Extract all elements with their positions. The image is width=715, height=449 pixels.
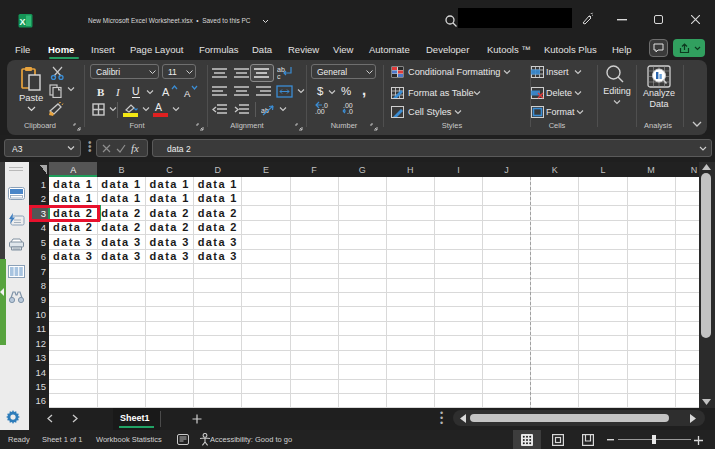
svg-text:data 3: data 3: [53, 250, 93, 262]
svg-text:6: 6: [41, 251, 46, 262]
svg-text:data 3: data 3: [150, 250, 190, 262]
svg-text:.0: .0: [347, 108, 353, 114]
svg-text:data 2: data 2: [198, 207, 238, 219]
svg-text:data 2: data 2: [53, 221, 93, 233]
svg-text:12: 12: [35, 338, 46, 349]
svg-text:C: C: [166, 165, 173, 175]
svg-text:data 1: data 1: [53, 178, 93, 190]
svg-text:data 3: data 3: [198, 236, 238, 248]
svg-text:G: G: [359, 165, 366, 175]
svg-text:15: 15: [35, 381, 46, 392]
svg-text:16: 16: [35, 395, 46, 406]
svg-text:2: 2: [41, 193, 46, 204]
svg-text:data 1: data 1: [150, 192, 190, 204]
svg-text:data 1: data 1: [101, 192, 141, 204]
svg-text:data 3: data 3: [53, 236, 93, 248]
svg-text:data 2: data 2: [198, 221, 238, 233]
svg-text:data 2: data 2: [101, 207, 141, 219]
svg-text:9: 9: [41, 294, 46, 305]
svg-text:data 1: data 1: [101, 178, 141, 190]
svg-text:M: M: [647, 165, 655, 175]
svg-text:data 2: data 2: [101, 221, 141, 233]
svg-text:A: A: [70, 165, 76, 175]
svg-text:J: J: [504, 165, 509, 175]
svg-text:X: X: [20, 17, 26, 27]
svg-text:10: 10: [35, 309, 46, 320]
svg-text:L: L: [600, 165, 605, 175]
svg-text:data 1: data 1: [150, 178, 190, 190]
svg-text:E: E: [263, 165, 269, 175]
svg-text:F: F: [311, 165, 317, 175]
svg-text:data 3: data 3: [198, 250, 238, 262]
svg-text:data 2: data 2: [150, 221, 190, 233]
svg-text:D: D: [214, 165, 221, 175]
svg-text:H: H: [407, 165, 414, 175]
svg-text:8: 8: [41, 280, 46, 291]
svg-text:K: K: [552, 165, 558, 175]
svg-text:5: 5: [41, 237, 46, 248]
svg-text:c: c: [277, 73, 281, 80]
svg-text:data 3: data 3: [101, 250, 141, 262]
svg-text:data 1: data 1: [198, 192, 238, 204]
svg-text:data 2: data 2: [53, 207, 93, 219]
svg-text:.00: .00: [315, 108, 325, 114]
svg-text:data 1: data 1: [53, 192, 93, 204]
svg-text:data 2: data 2: [150, 207, 190, 219]
svg-text:7: 7: [41, 266, 46, 277]
svg-text:data 3: data 3: [101, 236, 141, 248]
svg-text:1: 1: [41, 179, 46, 190]
svg-text:13: 13: [35, 352, 46, 363]
svg-text:I: I: [457, 165, 460, 175]
svg-text:B: B: [118, 165, 124, 175]
svg-text:3: 3: [41, 208, 46, 219]
svg-text:11: 11: [36, 323, 46, 334]
svg-text:N: N: [691, 165, 698, 175]
svg-text:data 3: data 3: [150, 236, 190, 248]
svg-text:ab: ab: [277, 66, 285, 73]
svg-text:data 1: data 1: [198, 178, 238, 190]
svg-text:14: 14: [35, 367, 46, 378]
svg-text:4: 4: [41, 222, 46, 233]
